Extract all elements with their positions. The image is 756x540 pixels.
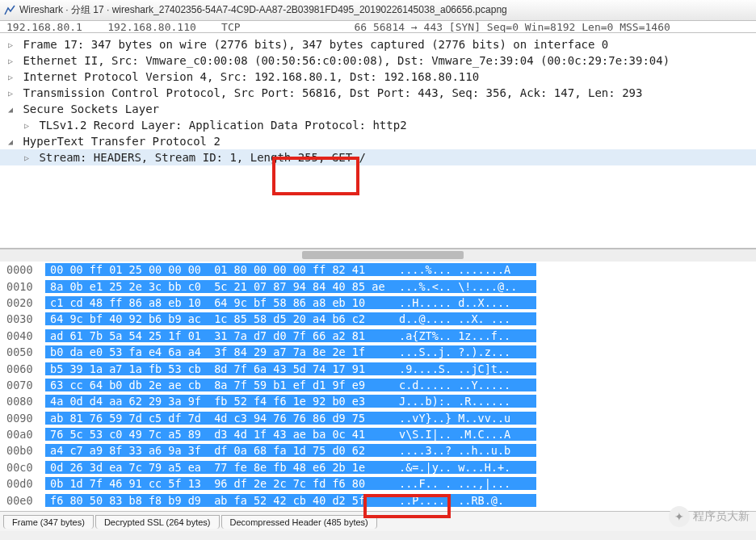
- hex-offset: 0060: [0, 362, 45, 375]
- details-scrollbar[interactable]: [0, 249, 756, 262]
- hex-ascii: ....3..? ..h..u.b: [394, 444, 536, 457]
- scrollbar-thumb[interactable]: [302, 251, 464, 259]
- tree-row[interactable]: ▷ Frame 17: 347 bytes on wire (2776 bits…: [0, 36, 756, 52]
- hex-row[interactable]: 0050b0 da e0 53 fa e4 6a a4 3f 84 29 a7 …: [0, 344, 756, 360]
- hex-ascii: d..@.... ..X. ...: [394, 312, 536, 325]
- hex-offset: 00b0: [0, 444, 45, 457]
- hex-bytes: c1 cd 48 ff 86 a8 eb 10 64 9c bf 58 86 a…: [45, 296, 394, 309]
- hex-ascii: .9....S. ..jC]t..: [394, 362, 536, 375]
- packet-details-pane: ▷ Frame 17: 347 bytes on wire (2776 bits…: [0, 32, 756, 249]
- hex-row[interactable]: 00a076 5c 53 c0 49 7c a5 89 d3 4d 1f 43 …: [0, 426, 756, 442]
- hex-bytes: 76 5c 53 c0 49 7c a5 89 d3 4d 1f 43 ae b…: [45, 428, 394, 441]
- hex-bytes: b0 da e0 53 fa e4 6a a4 3f 84 29 a7 7a 8…: [45, 345, 394, 358]
- hex-bytes: b5 39 1a a7 1a fb 53 cb 8d 7f 6a 43 5d 7…: [45, 362, 394, 375]
- hex-offset: 00e0: [0, 494, 45, 507]
- hex-ascii: v\S.I|.. .M.C...A: [394, 428, 536, 441]
- tree-row[interactable]: ◢ Secure Sockets Layer: [0, 101, 756, 117]
- hex-row[interactable]: 00b0a4 c7 a9 8f 33 a6 9a 3f df 0a 68 fa …: [0, 442, 756, 458]
- hex-row[interactable]: 00c00d 26 3d ea 7c 79 a5 ea 77 fe 8e fb …: [0, 459, 756, 475]
- tree-label: Frame 17: 347 bytes on wire (2776 bits),…: [16, 38, 608, 51]
- hex-ascii: .&=.|y.. w...H.+.: [394, 461, 536, 474]
- hex-bytes: 00 00 ff 01 25 00 00 00 01 80 00 00 00 f…: [45, 263, 394, 276]
- hex-bytes: 4a 0d d4 aa 62 29 3a 9f fb 52 f4 f6 1e 9…: [45, 395, 394, 408]
- hex-offset: 00a0: [0, 428, 45, 441]
- tree-toggle-icon[interactable]: ▷: [5, 57, 16, 65]
- tree-label: Internet Protocol Version 4, Src: 192.16…: [16, 70, 479, 83]
- tree-toggle-icon[interactable]: ▷: [21, 153, 32, 162]
- hex-bytes: 0b 1d 7f 46 91 cc 5f 13 96 df 2e 2c 7c f…: [45, 477, 394, 490]
- hex-offset: 0050: [0, 345, 45, 358]
- hex-offset: 00c0: [0, 461, 45, 474]
- tree-row[interactable]: ◢ HyperText Transfer Protocol 2: [0, 133, 756, 149]
- tab-frame[interactable]: Frame (347 bytes): [3, 515, 94, 529]
- tree-label: Stream: HEADERS, Stream ID: 1, Length 25…: [32, 151, 366, 164]
- hex-ascii: ..H..... d..X....: [394, 296, 536, 309]
- hex-offset: 0090: [0, 412, 45, 425]
- tree-toggle-icon[interactable]: ▷: [5, 89, 16, 98]
- hex-offset: 0080: [0, 395, 45, 408]
- bytes-tabs: Frame (347 bytes) Decrypted SSL (264 byt…: [0, 512, 756, 531]
- hex-row[interactable]: 0060b5 39 1a a7 1a fb 53 cb 8d 7f 6a 43 …: [0, 360, 756, 376]
- titlebar: Wireshark · 分组 17 · wireshark_27402356-5…: [0, 0, 756, 21]
- tree-toggle-icon[interactable]: ◢: [5, 137, 16, 146]
- tree-label: HyperText Transfer Protocol 2: [16, 135, 220, 148]
- hex-ascii: ....%... .......A: [394, 263, 536, 276]
- hex-row[interactable]: 007063 cc 64 b0 db 2e ae cb 8a 7f 59 b1 …: [0, 377, 756, 393]
- hex-row[interactable]: 0040ad 61 7b 5a 54 25 1f 01 31 7a d7 d0 …: [0, 328, 756, 344]
- hex-bytes: a4 c7 a9 8f 33 a6 9a 3f df 0a 68 fa 1d 7…: [45, 444, 394, 457]
- hex-offset: 0040: [0, 329, 45, 342]
- hex-bytes: 64 9c bf 40 92 b6 b9 ac 1c 85 58 d5 20 a…: [45, 312, 394, 325]
- tree-toggle-icon[interactable]: ▷: [21, 121, 32, 130]
- window-title: Wireshark · 分组 17 · wireshark_27402356-5…: [19, 3, 507, 17]
- hex-row[interactable]: 00108a 0b e1 25 2e 3c bb c0 5c 21 07 87 …: [0, 278, 756, 294]
- hex-bytes: ad 61 7b 5a 54 25 1f 01 31 7a d7 d0 7f 6…: [45, 329, 394, 342]
- hex-row[interactable]: 003064 9c bf 40 92 b6 b9 ac 1c 85 58 d5 …: [0, 311, 756, 327]
- tree-label: Ethernet II, Src: Vmware_c0:00:08 (00:50…: [16, 54, 670, 67]
- tree-toggle-icon[interactable]: ▷: [5, 40, 16, 49]
- hex-ascii: ..vY}..} M..vv..u: [394, 412, 536, 425]
- tree-label: Secure Sockets Layer: [16, 103, 159, 115]
- tree-toggle-icon[interactable]: ◢: [5, 105, 16, 114]
- tree-row[interactable]: ▷ Internet Protocol Version 4, Src: 192.…: [0, 69, 756, 85]
- hex-ascii: .a{ZT%.. 1z...f..: [394, 329, 536, 342]
- hex-pane[interactable]: 000000 00 ff 01 25 00 00 00 01 80 00 00 …: [0, 262, 756, 512]
- packet-list-row[interactable]: 192.168.80.1 192.168.80.110 TCP 66 56814…: [0, 21, 756, 32]
- hex-row[interactable]: 0090ab 81 76 59 7d c5 df 7d 4d c3 94 76 …: [0, 410, 756, 426]
- hex-offset: 00d0: [0, 477, 45, 490]
- hex-row[interactable]: 00d00b 1d 7f 46 91 cc 5f 13 96 df 2e 2c …: [0, 475, 756, 492]
- hex-bytes: ab 81 76 59 7d c5 df 7d 4d c3 94 76 76 8…: [45, 412, 394, 425]
- tree-label: TLSv1.2 Record Layer: Application Data P…: [32, 119, 407, 132]
- tree-label: Transmission Control Protocol, Src Port:…: [16, 86, 642, 99]
- hex-bytes: 0d 26 3d ea 7c 79 a5 ea 77 fe 8e fb 48 e…: [45, 461, 394, 474]
- hex-bytes: f6 80 50 83 b8 f8 b9 d9 ab fa 52 42 cb 4…: [45, 494, 394, 507]
- hex-ascii: J...b):. .R......: [394, 395, 536, 408]
- hex-bytes: 63 cc 64 b0 db 2e ae cb 8a 7f 59 b1 ef d…: [45, 379, 394, 391]
- tree-row[interactable]: ▷ Ethernet II, Src: Vmware_c0:00:08 (00:…: [0, 52, 756, 69]
- app-icon: [3, 4, 16, 17]
- tree-toggle-icon[interactable]: ▷: [5, 73, 16, 82]
- hex-row[interactable]: 000000 00 ff 01 25 00 00 00 01 80 00 00 …: [0, 262, 756, 278]
- hex-row[interactable]: 0020c1 cd 48 ff 86 a8 eb 10 64 9c bf 58 …: [0, 295, 756, 311]
- hex-offset: 0020: [0, 296, 45, 309]
- hex-offset: 0010: [0, 280, 45, 293]
- hex-ascii: ...%.<.. \!....@..: [394, 280, 536, 293]
- hex-bytes: 8a 0b e1 25 2e 3c bb c0 5c 21 07 87 94 8…: [45, 280, 394, 293]
- tree-row[interactable]: ▷ Stream: HEADERS, Stream ID: 1, Length …: [0, 149, 756, 165]
- hex-ascii: ..P..... ..RB.@._: [394, 494, 536, 507]
- tab-decompressed-header[interactable]: Decompressed Header (485 bytes): [221, 515, 377, 529]
- hex-row[interactable]: 00e0f6 80 50 83 b8 f8 b9 d9 ab fa 52 42 …: [0, 492, 756, 508]
- hex-ascii: c.d..... ..Y.....: [394, 379, 536, 391]
- tree-row[interactable]: ▷ Transmission Control Protocol, Src Por…: [0, 85, 756, 101]
- hex-ascii: ...F.._. ...,|...: [394, 477, 536, 490]
- tab-decrypted-ssl[interactable]: Decrypted SSL (264 bytes): [95, 515, 220, 529]
- hex-ascii: ...S..j. ?.).z...: [394, 345, 536, 358]
- hex-offset: 0030: [0, 312, 45, 325]
- tree-row[interactable]: ▷ TLSv1.2 Record Layer: Application Data…: [0, 117, 756, 133]
- hex-offset: 0000: [0, 263, 45, 276]
- hex-row[interactable]: 00804a 0d d4 aa 62 29 3a 9f fb 52 f4 f6 …: [0, 393, 756, 409]
- hex-offset: 0070: [0, 379, 45, 391]
